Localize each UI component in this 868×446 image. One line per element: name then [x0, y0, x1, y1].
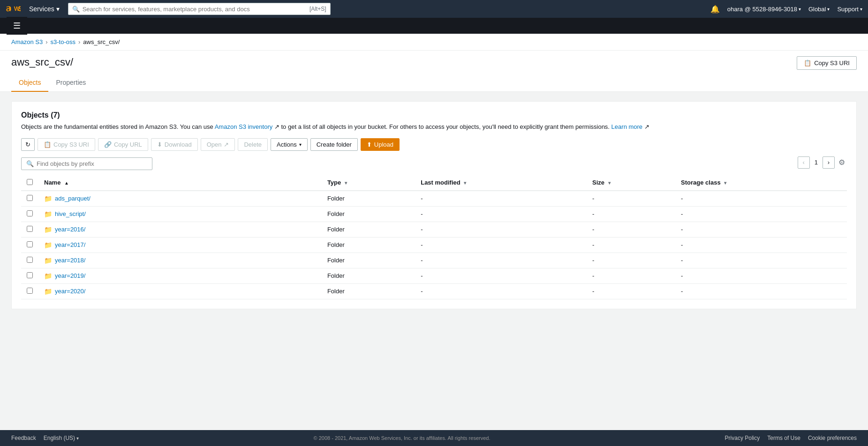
- row-name-link-2[interactable]: 📁 year=2016/: [44, 226, 316, 233]
- type-column-header[interactable]: Type ▾: [322, 175, 415, 191]
- download-icon: ⬇: [157, 141, 162, 148]
- pagination: ‹ 1 › ⚙: [798, 156, 847, 169]
- tab-objects[interactable]: Objects: [11, 74, 48, 92]
- support-menu[interactable]: Support ▾: [837, 6, 862, 13]
- row-size-cell: -: [587, 206, 675, 222]
- row-checkbox-4[interactable]: [27, 257, 33, 263]
- row-name-link-5[interactable]: 📁 year=2019/: [44, 272, 316, 280]
- learn-more-external-icon: ↗: [644, 123, 649, 130]
- folder-icon: 📁: [44, 226, 52, 233]
- size-column-header[interactable]: Size ▾: [587, 175, 675, 191]
- storage-class-column-header[interactable]: Storage class ▾: [675, 175, 847, 191]
- copy-s3-uri-label: Copy S3 URI: [53, 141, 89, 148]
- row-checkbox-2[interactable]: [27, 226, 33, 232]
- last-modified-col-label: Last modified: [421, 179, 460, 186]
- last-modified-column-header[interactable]: Last modified ▾: [415, 175, 587, 191]
- prefix-search-input[interactable]: [37, 160, 147, 167]
- row-storage-class-cell: -: [675, 206, 847, 222]
- row-name-cell: 📁 year=2016/: [38, 222, 322, 237]
- global-search-input[interactable]: [83, 6, 309, 13]
- row-checkbox-cell[interactable]: [21, 283, 38, 299]
- region-dropdown-icon: ▾: [827, 7, 830, 12]
- create-folder-button[interactable]: Create folder: [310, 138, 358, 151]
- copy-url-label: Copy URL: [114, 141, 142, 148]
- copy-url-button[interactable]: 🔗 Copy URL: [98, 138, 148, 151]
- external-link-icon: ↗: [274, 123, 279, 130]
- pagination-settings-button[interactable]: ⚙: [837, 157, 847, 168]
- last-modified-sort-icon: ▾: [464, 180, 466, 186]
- aws-logo: [6, 4, 21, 14]
- inventory-link[interactable]: Amazon S3 inventory: [215, 123, 273, 130]
- row-checkbox-6[interactable]: [27, 288, 33, 294]
- prefix-search-container[interactable]: 🔍: [21, 157, 152, 170]
- delete-label: Delete: [244, 141, 262, 148]
- row-name-link-6[interactable]: 📁 year=2020/: [44, 288, 316, 295]
- learn-more-link[interactable]: Learn more: [611, 123, 642, 130]
- tabs-container: Objects Properties: [0, 74, 868, 92]
- row-type-cell: Folder: [322, 222, 415, 237]
- account-dropdown-icon: ▾: [799, 7, 801, 12]
- row-checkbox-cell[interactable]: [21, 222, 38, 237]
- toolbar: ↻ 📋 Copy S3 URI 🔗 Copy URL ⬇ Download Op…: [21, 138, 847, 151]
- row-checkbox-3[interactable]: [27, 241, 33, 247]
- tab-properties[interactable]: Properties: [48, 74, 93, 92]
- row-last-modified-cell: -: [415, 191, 587, 207]
- row-name-link-3[interactable]: 📁 year=2017/: [44, 241, 316, 249]
- row-checkbox-cell[interactable]: [21, 191, 38, 207]
- actions-button[interactable]: Actions ▾: [271, 138, 308, 151]
- upload-button[interactable]: ⬆ Upload: [361, 138, 400, 151]
- folder-icon: 📁: [44, 272, 52, 280]
- row-size-cell: -: [587, 191, 675, 207]
- row-name-cell: 📁 ads_parquet/: [38, 191, 322, 207]
- row-checkbox-cell[interactable]: [21, 253, 38, 268]
- region-menu[interactable]: Global ▾: [808, 6, 830, 13]
- row-last-modified-cell: -: [415, 222, 587, 237]
- download-button[interactable]: ⬇ Download: [151, 138, 198, 151]
- support-dropdown-icon: ▾: [860, 7, 862, 12]
- panel-desc-text2: to get a list of all objects in your buc…: [281, 123, 610, 130]
- row-name-text: hive_script/: [55, 210, 86, 217]
- row-name-cell: 📁 year=2018/: [38, 253, 322, 268]
- folder-icon: 📁: [44, 257, 52, 264]
- select-all-header[interactable]: [21, 175, 38, 191]
- copy-url-icon: 🔗: [104, 141, 112, 148]
- row-checkbox-cell[interactable]: [21, 206, 38, 222]
- create-folder-label: Create folder: [317, 141, 352, 148]
- notification-bell-icon[interactable]: 🔔: [710, 5, 720, 14]
- refresh-button[interactable]: ↻: [21, 138, 35, 151]
- row-checkbox-cell[interactable]: [21, 237, 38, 253]
- open-button[interactable]: Open ↗: [201, 138, 235, 151]
- objects-table: Name ▲ Type ▾ Last modified ▾ Size ▾: [21, 175, 847, 299]
- name-column-header[interactable]: Name ▲: [38, 175, 322, 191]
- row-name-link-1[interactable]: 📁 hive_script/: [44, 210, 316, 218]
- services-button[interactable]: Services ▾: [26, 3, 62, 15]
- row-name-link-4[interactable]: 📁 year=2018/: [44, 257, 316, 264]
- breadcrumb-sep-1: ›: [45, 38, 47, 45]
- breadcrumb-s3-to-oss[interactable]: s3-to-oss: [51, 38, 75, 45]
- select-all-checkbox[interactable]: [27, 179, 33, 185]
- breadcrumb-amazon-s3[interactable]: Amazon S3: [11, 38, 43, 45]
- row-checkbox-5[interactable]: [27, 272, 33, 278]
- delete-button[interactable]: Delete: [238, 138, 268, 151]
- row-checkbox-0[interactable]: [27, 195, 33, 201]
- row-name-link-0[interactable]: 📁 ads_parquet/: [44, 195, 316, 202]
- row-name-text: year=2018/: [55, 257, 85, 264]
- row-type-cell: Folder: [322, 253, 415, 268]
- top-navigation: Services ▾ 🔍 [Alt+S] 🔔 ohara @ 5528-8946…: [0, 0, 868, 18]
- type-col-label: Type: [327, 179, 341, 186]
- folder-icon: 📁: [44, 241, 52, 249]
- pagination-prev-button[interactable]: ‹: [798, 156, 810, 169]
- hamburger-menu-button[interactable]: ☰: [7, 17, 27, 35]
- pagination-next-button[interactable]: ›: [823, 156, 835, 169]
- global-search-bar[interactable]: 🔍 [Alt+S]: [68, 3, 331, 15]
- copy-icon-top: 📋: [804, 59, 811, 67]
- row-size-cell: -: [587, 268, 675, 283]
- folder-icon: 📁: [44, 195, 52, 202]
- pagination-page-number: 1: [812, 159, 821, 166]
- account-menu[interactable]: ohara @ 5528-8946-3018 ▾: [727, 6, 801, 13]
- row-checkbox-1[interactable]: [27, 210, 33, 216]
- copy-s3-uri-top-button[interactable]: 📋 Copy S3 URI: [797, 56, 857, 70]
- copy-s3-uri-button[interactable]: 📋 Copy S3 URI: [38, 138, 95, 151]
- row-checkbox-cell[interactable]: [21, 268, 38, 283]
- row-storage-class-cell: -: [675, 253, 847, 268]
